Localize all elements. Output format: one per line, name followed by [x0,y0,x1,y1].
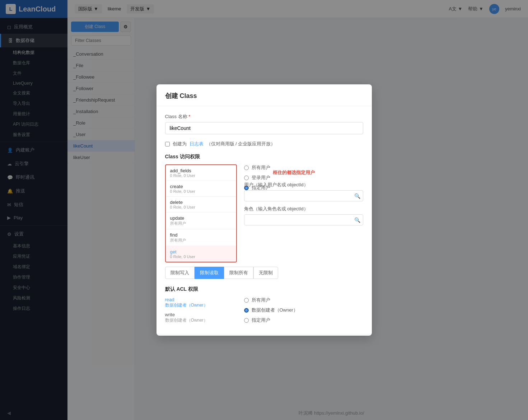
class-name-group: Class 名称 * [165,113,363,134]
log-table-checkbox-group: 创建为 日志表 （仅对商用版 / 企业版应用开放） [165,141,363,147]
modal-title: 创建 Class [165,92,197,99]
class-name-label: Class 名称 * [165,113,363,120]
log-table-checkbox[interactable] [165,142,170,146]
default-acl-radio-group: 所有用户 数据创建者（Owner） 指定用户 [244,297,363,323]
acl-options-panel: 所有用户 登录用户 指定用户 框住的都选指定用户 [244,164,363,262]
role-search-input[interactable] [244,214,363,225]
default-acl-left: read 数据创建者（Owner） write 数据创建者（Owner） [165,297,237,327]
access-btn-read[interactable]: 限制读取 [195,267,224,279]
default-radio-all[interactable]: 所有用户 [244,297,363,303]
log-table-link[interactable]: 日志表 [190,141,204,147]
default-acl-write: write 数据创建者（Owner） [165,312,237,323]
annotation-text: 框住的都选指定用户 [273,170,315,175]
modal-overlay[interactable]: 创建 Class Class 名称 * 创建为 日志表 （仅对商用版 / 企业版… [0,0,528,420]
acl-row-update[interactable]: update 所有用户 [166,213,236,229]
acl-row-get[interactable]: get 0 Role, 0 User [166,246,236,262]
modal-footer: 取消 创建 [156,334,372,336]
default-acl-options: 所有用户 数据创建者（Owner） 指定用户 [244,297,363,327]
acl-row-find[interactable]: find 所有用户 [166,229,236,246]
default-acl-read: read 数据创建者（Owner） [165,297,237,308]
acl-row-delete[interactable]: delete 0 Role, 0 User [166,197,236,213]
modal-body: Class 名称 * 创建为 日志表 （仅对商用版 / 企业版应用开放） Cla… [156,106,372,334]
acl-row-create[interactable]: create 0 Role, 0 User [166,181,236,197]
create-class-modal: 创建 Class Class 名称 * 创建为 日志表 （仅对商用版 / 企业版… [156,84,372,336]
access-btn-write[interactable]: 限制写入 [165,267,195,279]
default-acl-title: 默认 ACL 权限 [165,286,363,293]
acl-section-title: Class 访问权限 [165,154,363,160]
access-btn-none[interactable]: 无限制 [253,267,278,279]
acl-row-add-fields[interactable]: add_fields 0 Role, 0 User [166,165,236,181]
acl-rows-panel: add_fields 0 Role, 0 User create 0 Role,… [165,164,237,262]
default-radio-owner[interactable]: 数据创建者（Owner） [244,307,363,313]
access-btn-all[interactable]: 限制所有 [224,267,253,279]
access-buttons-group: 限制写入 限制读取 限制所有 无限制 [165,267,363,279]
acl-container: add_fields 0 Role, 0 User create 0 Role,… [165,164,363,262]
role-search-label: 角色（输入角色名或 objectId） [244,206,363,212]
role-search-icon: 🔍 [354,217,360,223]
user-search-input[interactable] [244,190,363,201]
default-acl-container: read 数据创建者（Owner） write 数据创建者（Owner） [165,297,363,327]
user-search-field: 🔍 [244,190,363,201]
default-acl-section: 默认 ACL 权限 read 数据创建者（Owner） write [165,286,363,327]
class-name-input[interactable] [165,122,363,134]
search-icon: 🔍 [354,193,360,199]
role-search-field: 🔍 [244,214,363,225]
role-search-group: 角色（输入角色名或 objectId） 🔍 [244,206,363,225]
default-radio-specific[interactable]: 指定用户 [244,317,363,323]
modal-header: 创建 Class [156,84,372,106]
